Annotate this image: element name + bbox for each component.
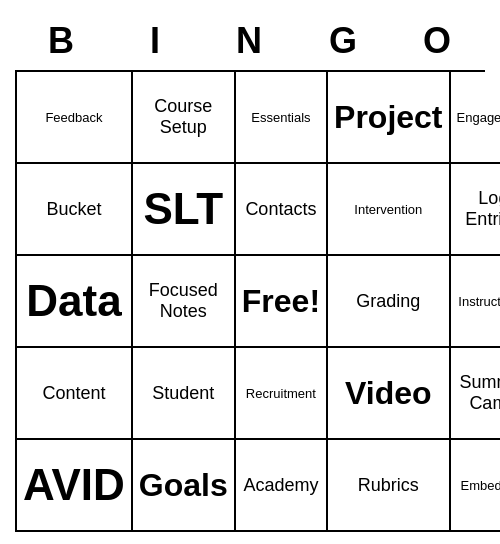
bingo-cell: AVID	[17, 440, 133, 532]
bingo-cell: Bucket	[17, 164, 133, 256]
bingo-cell: Project	[328, 72, 450, 164]
bingo-cell: Rubrics	[328, 440, 450, 532]
bingo-cell: Essentials	[236, 72, 328, 164]
header-letter: O	[391, 12, 485, 70]
bingo-cell: Goals	[133, 440, 236, 532]
bingo-grid: FeedbackCourse SetupEssentialsProjectEng…	[15, 70, 485, 532]
header-letter: I	[109, 12, 203, 70]
bingo-cell: Video	[328, 348, 450, 440]
header-letter: N	[203, 12, 297, 70]
bingo-header: BINGO	[15, 12, 485, 70]
header-letter: B	[15, 12, 109, 70]
bingo-cell: Instructional	[451, 256, 500, 348]
bingo-cell: Academy	[236, 440, 328, 532]
bingo-cell: Intervention	[328, 164, 450, 256]
bingo-cell: Contacts	[236, 164, 328, 256]
header-letter: G	[297, 12, 391, 70]
bingo-cell: Focused Notes	[133, 256, 236, 348]
bingo-cell: Course Setup	[133, 72, 236, 164]
bingo-card: BINGO FeedbackCourse SetupEssentialsProj…	[15, 12, 485, 532]
bingo-cell: Feedback	[17, 72, 133, 164]
bingo-cell: Content	[17, 348, 133, 440]
bingo-cell: Engagement	[451, 72, 500, 164]
bingo-cell: Embedding	[451, 440, 500, 532]
bingo-cell: Log Entries	[451, 164, 500, 256]
bingo-cell: Grading	[328, 256, 450, 348]
bingo-cell: Free!	[236, 256, 328, 348]
bingo-cell: Student	[133, 348, 236, 440]
bingo-cell: Summer Camp	[451, 348, 500, 440]
bingo-cell: SLT	[133, 164, 236, 256]
bingo-cell: Recruitment	[236, 348, 328, 440]
bingo-cell: Data	[17, 256, 133, 348]
